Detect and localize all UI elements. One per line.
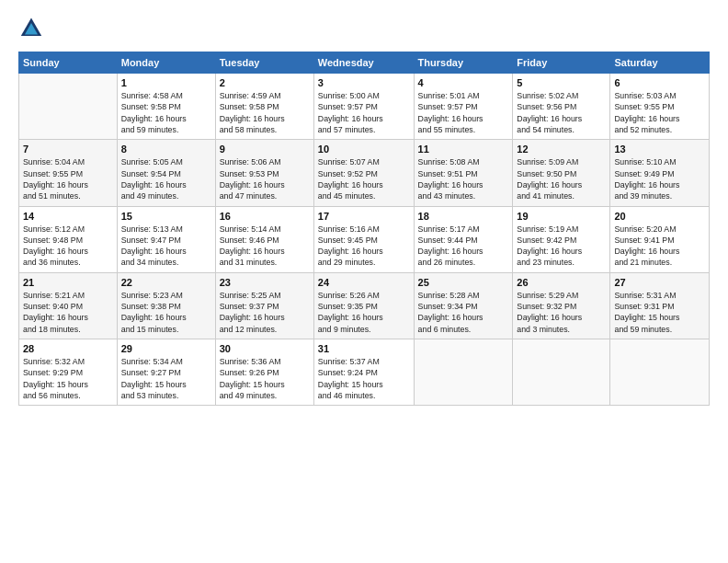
calendar-cell: 22Sunrise: 5:23 AM Sunset: 9:38 PM Dayli… bbox=[117, 272, 215, 339]
calendar-cell: 12Sunrise: 5:09 AM Sunset: 9:50 PM Dayli… bbox=[513, 140, 610, 206]
day-number: 8 bbox=[121, 144, 211, 155]
day-info: Sunrise: 5:12 AM Sunset: 9:48 PM Dayligh… bbox=[23, 224, 113, 269]
weekday-header-thursday: Thursday bbox=[414, 52, 513, 74]
calendar-cell: 21Sunrise: 5:21 AM Sunset: 9:40 PM Dayli… bbox=[19, 272, 118, 339]
day-info: Sunrise: 5:37 AM Sunset: 9:24 PM Dayligh… bbox=[318, 356, 410, 401]
calendar-cell: 15Sunrise: 5:13 AM Sunset: 9:47 PM Dayli… bbox=[117, 206, 215, 272]
day-info: Sunrise: 5:32 AM Sunset: 9:29 PM Dayligh… bbox=[23, 356, 113, 401]
calendar-cell: 30Sunrise: 5:36 AM Sunset: 9:26 PM Dayli… bbox=[215, 339, 313, 406]
weekday-header-wednesday: Wednesday bbox=[313, 52, 414, 74]
day-number: 16 bbox=[220, 211, 310, 222]
day-info: Sunrise: 4:58 AM Sunset: 9:58 PM Dayligh… bbox=[121, 90, 211, 135]
day-info: Sunrise: 5:05 AM Sunset: 9:54 PM Dayligh… bbox=[121, 156, 211, 201]
calendar-table: SundayMondayTuesdayWednesdayThursdayFrid… bbox=[18, 52, 710, 406]
weekday-header-tuesday: Tuesday bbox=[215, 52, 313, 74]
weekday-header-saturday: Saturday bbox=[610, 52, 710, 74]
day-info: Sunrise: 4:59 AM Sunset: 9:58 PM Dayligh… bbox=[220, 90, 310, 135]
day-number: 7 bbox=[23, 144, 113, 155]
day-info: Sunrise: 5:19 AM Sunset: 9:42 PM Dayligh… bbox=[517, 224, 606, 269]
calendar-cell: 9Sunrise: 5:06 AM Sunset: 9:53 PM Daylig… bbox=[215, 140, 313, 206]
day-number: 17 bbox=[318, 211, 410, 222]
day-info: Sunrise: 5:00 AM Sunset: 9:57 PM Dayligh… bbox=[318, 90, 410, 135]
day-info: Sunrise: 5:23 AM Sunset: 9:38 PM Dayligh… bbox=[121, 290, 211, 335]
calendar-cell: 29Sunrise: 5:34 AM Sunset: 9:27 PM Dayli… bbox=[117, 339, 215, 406]
day-number: 20 bbox=[614, 211, 705, 222]
day-info: Sunrise: 5:21 AM Sunset: 9:40 PM Dayligh… bbox=[23, 290, 113, 335]
day-number: 9 bbox=[220, 144, 310, 155]
day-number: 21 bbox=[23, 277, 113, 288]
day-info: Sunrise: 5:26 AM Sunset: 9:35 PM Dayligh… bbox=[318, 290, 410, 335]
day-number: 11 bbox=[418, 144, 509, 155]
calendar-cell: 26Sunrise: 5:29 AM Sunset: 9:32 PM Dayli… bbox=[513, 272, 610, 339]
calendar-cell: 17Sunrise: 5:16 AM Sunset: 9:45 PM Dayli… bbox=[313, 206, 414, 272]
day-number: 15 bbox=[121, 211, 211, 222]
day-info: Sunrise: 5:17 AM Sunset: 9:44 PM Dayligh… bbox=[418, 224, 509, 269]
day-number: 29 bbox=[121, 343, 211, 354]
day-number: 23 bbox=[220, 277, 310, 288]
day-info: Sunrise: 5:02 AM Sunset: 9:56 PM Dayligh… bbox=[517, 90, 606, 135]
calendar-cell: 27Sunrise: 5:31 AM Sunset: 9:31 PM Dayli… bbox=[610, 272, 710, 339]
calendar-cell: 1Sunrise: 4:58 AM Sunset: 9:58 PM Daylig… bbox=[117, 74, 215, 140]
day-number: 28 bbox=[23, 343, 113, 354]
calendar-cell: 23Sunrise: 5:25 AM Sunset: 9:37 PM Dayli… bbox=[215, 272, 313, 339]
calendar-cell: 10Sunrise: 5:07 AM Sunset: 9:52 PM Dayli… bbox=[313, 140, 414, 206]
day-number: 25 bbox=[418, 277, 509, 288]
calendar-cell: 5Sunrise: 5:02 AM Sunset: 9:56 PM Daylig… bbox=[513, 74, 610, 140]
day-number: 14 bbox=[23, 211, 113, 222]
day-info: Sunrise: 5:04 AM Sunset: 9:55 PM Dayligh… bbox=[23, 156, 113, 201]
day-number: 31 bbox=[318, 343, 410, 354]
day-number: 2 bbox=[220, 77, 310, 88]
day-number: 30 bbox=[220, 343, 310, 354]
day-number: 10 bbox=[318, 144, 410, 155]
calendar-cell: 16Sunrise: 5:14 AM Sunset: 9:46 PM Dayli… bbox=[215, 206, 313, 272]
day-info: Sunrise: 5:25 AM Sunset: 9:37 PM Dayligh… bbox=[220, 290, 310, 335]
day-number: 3 bbox=[318, 77, 410, 88]
day-info: Sunrise: 5:29 AM Sunset: 9:32 PM Dayligh… bbox=[517, 290, 606, 335]
logo bbox=[18, 17, 48, 42]
day-number: 13 bbox=[614, 144, 705, 155]
calendar-cell: 13Sunrise: 5:10 AM Sunset: 9:49 PM Dayli… bbox=[610, 140, 710, 206]
day-number: 27 bbox=[614, 277, 705, 288]
day-number: 1 bbox=[121, 77, 211, 88]
day-info: Sunrise: 5:14 AM Sunset: 9:46 PM Dayligh… bbox=[220, 224, 310, 269]
calendar-cell bbox=[513, 339, 610, 406]
day-info: Sunrise: 5:09 AM Sunset: 9:50 PM Dayligh… bbox=[517, 156, 606, 201]
calendar-cell: 8Sunrise: 5:05 AM Sunset: 9:54 PM Daylig… bbox=[117, 140, 215, 206]
day-number: 24 bbox=[318, 277, 410, 288]
day-number: 6 bbox=[614, 77, 705, 88]
weekday-header-monday: Monday bbox=[117, 52, 215, 74]
calendar-cell: 14Sunrise: 5:12 AM Sunset: 9:48 PM Dayli… bbox=[19, 206, 118, 272]
calendar-cell: 24Sunrise: 5:26 AM Sunset: 9:35 PM Dayli… bbox=[313, 272, 414, 339]
page-header bbox=[18, 17, 710, 42]
calendar-cell: 7Sunrise: 5:04 AM Sunset: 9:55 PM Daylig… bbox=[19, 140, 118, 206]
day-number: 4 bbox=[418, 77, 509, 88]
calendar-cell: 6Sunrise: 5:03 AM Sunset: 9:55 PM Daylig… bbox=[610, 74, 710, 140]
calendar-cell: 18Sunrise: 5:17 AM Sunset: 9:44 PM Dayli… bbox=[414, 206, 513, 272]
day-info: Sunrise: 5:03 AM Sunset: 9:55 PM Dayligh… bbox=[614, 90, 705, 135]
calendar-cell: 2Sunrise: 4:59 AM Sunset: 9:58 PM Daylig… bbox=[215, 74, 313, 140]
logo-icon bbox=[18, 17, 44, 42]
day-info: Sunrise: 5:20 AM Sunset: 9:41 PM Dayligh… bbox=[614, 224, 705, 269]
day-info: Sunrise: 5:34 AM Sunset: 9:27 PM Dayligh… bbox=[121, 356, 211, 401]
day-info: Sunrise: 5:28 AM Sunset: 9:34 PM Dayligh… bbox=[418, 290, 509, 335]
calendar-cell: 20Sunrise: 5:20 AM Sunset: 9:41 PM Dayli… bbox=[610, 206, 710, 272]
calendar-cell: 4Sunrise: 5:01 AM Sunset: 9:57 PM Daylig… bbox=[414, 74, 513, 140]
day-number: 22 bbox=[121, 277, 211, 288]
day-info: Sunrise: 5:36 AM Sunset: 9:26 PM Dayligh… bbox=[220, 356, 310, 401]
calendar-cell: 19Sunrise: 5:19 AM Sunset: 9:42 PM Dayli… bbox=[513, 206, 610, 272]
calendar-cell bbox=[414, 339, 513, 406]
calendar-cell bbox=[19, 74, 118, 140]
day-info: Sunrise: 5:06 AM Sunset: 9:53 PM Dayligh… bbox=[220, 156, 310, 201]
calendar-week-4: 21Sunrise: 5:21 AM Sunset: 9:40 PM Dayli… bbox=[19, 272, 710, 339]
day-number: 19 bbox=[517, 211, 606, 222]
calendar-cell: 3Sunrise: 5:00 AM Sunset: 9:57 PM Daylig… bbox=[313, 74, 414, 140]
day-info: Sunrise: 5:16 AM Sunset: 9:45 PM Dayligh… bbox=[318, 224, 410, 269]
day-info: Sunrise: 5:31 AM Sunset: 9:31 PM Dayligh… bbox=[614, 290, 705, 335]
weekday-header-sunday: Sunday bbox=[19, 52, 118, 74]
day-info: Sunrise: 5:08 AM Sunset: 9:51 PM Dayligh… bbox=[418, 156, 509, 201]
calendar-week-3: 14Sunrise: 5:12 AM Sunset: 9:48 PM Dayli… bbox=[19, 206, 710, 272]
day-number: 12 bbox=[517, 144, 606, 155]
day-info: Sunrise: 5:13 AM Sunset: 9:47 PM Dayligh… bbox=[121, 224, 211, 269]
calendar-cell: 28Sunrise: 5:32 AM Sunset: 9:29 PM Dayli… bbox=[19, 339, 118, 406]
calendar-cell bbox=[610, 339, 710, 406]
